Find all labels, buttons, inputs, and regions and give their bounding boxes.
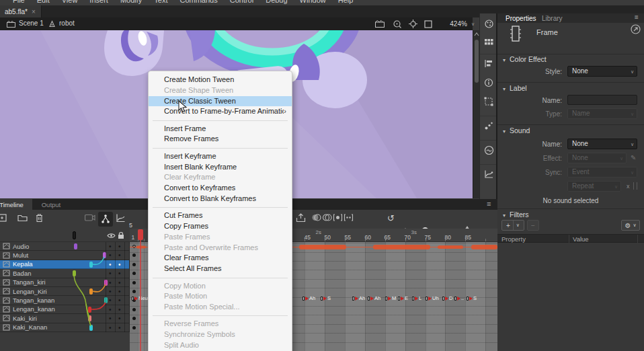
breadcrumb-symbol[interactable]: robot: [59, 20, 75, 27]
layer-lock-dot[interactable]: •: [118, 269, 121, 278]
layer-lock-dot[interactable]: •: [118, 314, 121, 323]
context-menu-item[interactable]: Split Audio: [149, 340, 292, 351]
layer-name-cell[interactable]: Kaki_Kanan • •: [0, 323, 130, 332]
frame-label[interactable]: Ah: [303, 294, 315, 303]
edit-sound-envelope-icon[interactable]: ✎: [631, 154, 636, 161]
context-menu-item[interactable]: Insert Keyframe: [149, 151, 292, 162]
layer-visible-dot[interactable]: •: [109, 314, 112, 323]
layer-visible-dot[interactable]: •: [109, 242, 112, 251]
layer-name-cell[interactable]: Audio • •: [0, 242, 130, 251]
section-label[interactable]: ▾Label: [503, 84, 527, 92]
layer-name-cell[interactable]: Mulut • •: [0, 251, 130, 260]
section-sound[interactable]: ▾Sound: [503, 126, 530, 134]
frame-label[interactable]: Ah: [368, 294, 380, 303]
onion-skin-outline-icon[interactable]: [322, 213, 332, 222]
sound-sync-dropdown[interactable]: Event ∨: [567, 167, 637, 178]
parent-marker[interactable]: [88, 315, 91, 321]
filter-options-button[interactable]: ⚙ ∨: [621, 220, 640, 231]
loop-playback-icon[interactable]: ↺: [387, 213, 395, 223]
layer-visible-dot[interactable]: •: [109, 305, 112, 314]
context-menu-item[interactable]: Create Classic Tween: [149, 96, 292, 107]
layer-visible-dot[interactable]: •: [109, 278, 112, 287]
context-menu-item[interactable]: Paste Motion: [149, 291, 292, 302]
frame-label[interactable]: Uh: [426, 294, 439, 303]
clip-content-icon[interactable]: [424, 20, 432, 28]
frame-label[interactable]: S: [321, 294, 331, 303]
menu-bar-item[interactable]: Window: [294, 0, 332, 4]
context-menu-item[interactable]: Insert Blank Keyframe: [149, 162, 292, 173]
label-type-dropdown[interactable]: Name ∨: [567, 108, 637, 119]
stage-scrollbar[interactable]: [473, 30, 479, 198]
context-menu-item[interactable]: Clear Keyframe: [149, 172, 292, 183]
layer-visible-dot[interactable]: •: [109, 323, 112, 332]
context-menu-item[interactable]: Insert Frame: [149, 124, 292, 134]
document-tab[interactable]: ab5.fla* ×: [0, 5, 42, 17]
stage-scrollbar-thumb[interactable]: [475, 40, 479, 83]
menu-bar-item[interactable]: View: [56, 0, 84, 4]
context-menu-item[interactable]: [149, 274, 292, 281]
parent-marker-column-icon[interactable]: [73, 231, 76, 239]
modify-markers-icon[interactable]: [344, 213, 354, 222]
show-parenting-view-button[interactable]: [98, 212, 113, 227]
context-menu-item[interactable]: Select All Frames: [149, 264, 292, 274]
parent-marker[interactable]: [89, 262, 93, 268]
label-name-input[interactable]: [567, 95, 637, 105]
layer-lock-dot[interactable]: •: [118, 278, 121, 287]
layer-visible-dot[interactable]: •: [109, 251, 112, 260]
layer-visible-dot[interactable]: •: [109, 260, 112, 269]
context-menu-item[interactable]: Clear Frames: [149, 253, 292, 264]
panel-menu-icon[interactable]: ≡: [487, 200, 491, 208]
lock-icon[interactable]: [118, 231, 124, 239]
playhead[interactable]: [138, 229, 143, 240]
layer-lock-dot[interactable]: •: [118, 251, 121, 260]
layer-visible-dot[interactable]: •: [109, 269, 112, 278]
menu-bar-item[interactable]: Commands: [173, 0, 223, 4]
brush-dots-icon[interactable]: [484, 121, 493, 130]
context-menu-item[interactable]: Synchronize Symbols: [149, 329, 292, 340]
context-menu-item[interactable]: Convert to Blank Keyframes: [149, 194, 292, 204]
parent-marker[interactable]: [88, 307, 91, 313]
menu-bar-item[interactable]: Help: [332, 0, 360, 4]
context-menu-item[interactable]: Paste and Overwrite Frames: [149, 243, 292, 254]
tab-output[interactable]: Output: [34, 199, 69, 210]
layer-lock-dot[interactable]: •: [118, 260, 121, 269]
close-icon[interactable]: ×: [32, 8, 36, 15]
menu-bar-item[interactable]: Edit: [31, 0, 56, 4]
section-color-effect[interactable]: ▾Color Effect: [503, 55, 547, 63]
menu-bar-item[interactable]: Modify: [114, 0, 148, 4]
color-palette-icon[interactable]: [484, 19, 494, 29]
menu-bar-item[interactable]: File: [7, 0, 31, 4]
center-frame-icon[interactable]: [409, 20, 417, 28]
frame-label[interactable]: E: [398, 294, 408, 303]
help-share-icon[interactable]: [631, 24, 641, 34]
context-menu-item[interactable]: [149, 145, 292, 151]
camera-icon[interactable]: [85, 213, 95, 221]
sound-effect-dropdown[interactable]: None ∨: [567, 153, 627, 163]
edit-multiple-frames-icon[interactable]: [333, 213, 343, 222]
context-menu-item[interactable]: Create Shape Tween: [149, 85, 292, 96]
context-menu-item[interactable]: [149, 117, 292, 124]
layer-lock-dot[interactable]: •: [118, 323, 121, 332]
new-folder-icon[interactable]: [17, 213, 28, 222]
frame-label[interactable]: L: [412, 294, 421, 303]
layer-name-cell[interactable]: Tangan_kiri • •: [0, 278, 130, 287]
motion-editor-icon[interactable]: [484, 169, 493, 179]
parent-marker[interactable]: [73, 270, 76, 276]
delete-layer-icon[interactable]: [35, 213, 44, 223]
align-panel-icon[interactable]: [484, 59, 494, 68]
section-filters[interactable]: ▾Filters: [503, 210, 529, 219]
layer-name-cell[interactable]: Badan • •: [0, 269, 130, 278]
context-menu-item[interactable]: Convert to Frame-by-Frame Animation ›: [149, 106, 292, 117]
context-menu-item[interactable]: [149, 313, 292, 319]
layer-name-cell[interactable]: Kaki_kiri • •: [0, 314, 130, 323]
context-menu-item[interactable]: [149, 204, 292, 211]
show-tween-graph-icon[interactable]: [116, 213, 126, 223]
frame-label[interactable]: M: [385, 294, 396, 303]
context-menu-item[interactable]: Reverse Frames: [149, 319, 292, 329]
panel-menu-icon[interactable]: ≡: [635, 13, 639, 21]
layer-lock-dot[interactable]: •: [118, 305, 121, 314]
sound-name-dropdown[interactable]: None ∨: [567, 139, 637, 149]
layer-lock-dot[interactable]: •: [118, 242, 121, 251]
tab-properties[interactable]: Properties: [506, 13, 536, 23]
frame-label[interactable]: S: [467, 294, 477, 303]
